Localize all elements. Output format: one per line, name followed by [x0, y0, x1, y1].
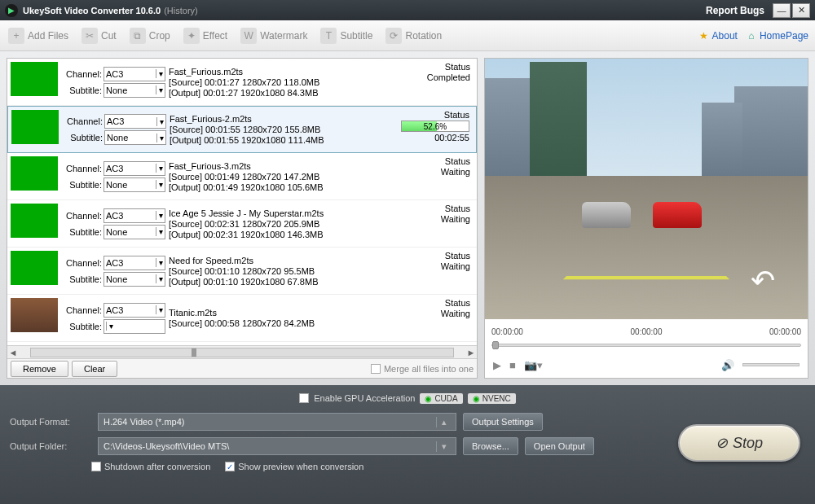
channel-select[interactable]: AC3 — [104, 303, 165, 318]
thumbnail — [11, 62, 58, 96]
output-folder-field[interactable]: C:\Videos-Ukeysoft\Video MTS\▾ — [98, 437, 456, 455]
status-value: Waiting — [400, 261, 470, 271]
channel-label: Channel: — [61, 69, 102, 79]
show-preview-checkbox[interactable]: ✓Show preview when conversion — [225, 462, 363, 471]
status-value: Waiting — [400, 214, 470, 224]
seek-bar[interactable] — [485, 344, 808, 352]
cuda-badge: ◉CUDA — [420, 393, 462, 404]
output-format-select[interactable]: H.264 Video (*.mp4)▴ — [98, 413, 456, 431]
file-row[interactable]: Channel:AC3Subtitle:NoneFast_Furious.m2t… — [7, 59, 477, 106]
status-header: Status — [400, 62, 470, 72]
app-logo-icon — [5, 4, 18, 17]
output-folder-label: Output Folder: — [10, 441, 91, 451]
subtitle-icon: T — [320, 28, 337, 44]
merge-checkbox[interactable]: Merge all files into one — [371, 364, 474, 374]
preview-video[interactable]: ↶ — [485, 59, 808, 319]
channel-label: Channel: — [61, 164, 102, 173]
watermark-button[interactable]: WWatermark — [234, 24, 314, 47]
file-source: [Source] 00:02:31 1280x720 205.9MB — [169, 219, 400, 229]
subtitle-select[interactable]: None — [104, 177, 165, 192]
about-link[interactable]: ★About — [698, 30, 738, 42]
subtitle-label: Subtitle: — [61, 227, 102, 237]
file-output: [Output] 00:01:10 1920x1080 67.8MB — [169, 277, 400, 287]
play-controls: ▶ ■ 📷▾ 🔊 — [485, 352, 808, 378]
snapshot-button[interactable]: 📷▾ — [524, 359, 543, 371]
subtitle-label: Subtitle: — [62, 133, 103, 142]
checkbox-icon — [371, 364, 381, 374]
shutdown-checkbox[interactable]: Shutdown after conversion — [91, 462, 210, 471]
effect-button[interactable]: ✦Effect — [177, 24, 234, 47]
status-header: Status — [400, 204, 470, 213]
file-row[interactable]: Channel:AC3Subtitle:Titanic.m2ts[Source]… — [7, 295, 477, 342]
channel-select[interactable]: AC3 — [104, 114, 166, 129]
status-header: Status — [399, 110, 469, 120]
file-name: Fast_Furious-3.m2ts — [169, 161, 400, 171]
file-row[interactable]: Channel:AC3Subtitle:NoneNeed for Speed.m… — [7, 248, 477, 295]
file-list[interactable]: Channel:AC3Subtitle:NoneFast_Furious.m2t… — [7, 59, 477, 345]
volume-slider[interactable] — [742, 363, 800, 366]
subtitle-label: Subtitle: — [61, 85, 102, 95]
file-info: Titanic.m2ts[Source] 00:00:58 1280x720 8… — [165, 298, 400, 338]
crop-button[interactable]: ⧉Crop — [123, 24, 177, 47]
close-button[interactable]: ✕ — [792, 3, 810, 18]
play-button[interactable]: ▶ — [493, 359, 501, 371]
stop-icon: ⊘ — [716, 434, 728, 452]
status-col: StatusWaiting — [400, 204, 474, 243]
stop-preview-button[interactable]: ■ — [509, 359, 516, 371]
file-output: [Output] 00:01:27 1920x1080 84.3MB — [169, 88, 400, 98]
file-name: Fast_Furious-2.m2ts — [170, 114, 399, 124]
channel-select[interactable]: AC3 — [104, 256, 165, 270]
minimize-button[interactable]: — — [773, 3, 791, 18]
remove-button[interactable]: Remove — [11, 361, 68, 377]
channel-select[interactable]: AC3 — [104, 208, 165, 223]
thumbnail — [11, 110, 59, 144]
file-output: [Output] 00:01:49 1920x1080 105.6MB — [169, 182, 400, 192]
gpu-checkbox[interactable] — [299, 393, 309, 403]
channel-label: Channel: — [61, 305, 102, 315]
status-value: Waiting — [400, 167, 470, 177]
subtitle-label: Subtitle: — [61, 180, 102, 190]
homepage-link[interactable]: ⌂HomePage — [746, 30, 808, 42]
channel-label: Channel: — [62, 116, 103, 126]
file-source: [Source] 00:01:27 1280x720 118.0MB — [169, 77, 400, 87]
horizontal-scrollbar[interactable]: ◄► — [7, 345, 477, 358]
subtitle-select[interactable]: None — [104, 130, 166, 145]
subtitle-select[interactable]: None — [104, 83, 165, 98]
file-list-panel: Channel:AC3Subtitle:NoneFast_Furious.m2t… — [7, 58, 478, 379]
file-source: [Source] 00:00:58 1280x720 84.2MB — [169, 318, 400, 328]
stop-button[interactable]: ⊘ Stop — [678, 424, 800, 462]
about-icon: ★ — [698, 30, 710, 42]
channel-select[interactable]: AC3 — [104, 161, 165, 176]
subtitle-select[interactable]: None — [104, 225, 165, 239]
open-output-button[interactable]: Open Output — [525, 437, 594, 455]
file-row[interactable]: Channel:AC3Subtitle:NoneFast_Furious-2.m… — [7, 106, 477, 153]
report-bugs-link[interactable]: Report Bugs — [706, 5, 764, 16]
rotation-button[interactable]: ⟳Rotation — [379, 24, 448, 47]
file-row[interactable]: Channel:AC3Subtitle:NoneIce Age 5 Jessie… — [7, 200, 477, 248]
cut-button[interactable]: ✂Cut — [75, 24, 123, 47]
browse-button[interactable]: Browse... — [463, 437, 518, 455]
titlebar: UkeySoft Video Converter 10.6.0 (History… — [0, 0, 815, 20]
channel-select[interactable]: AC3 — [104, 67, 165, 81]
file-info: Fast_Furious.m2ts[Source] 00:01:27 1280x… — [165, 62, 400, 102]
add-files-button[interactable]: +Add Files — [2, 24, 75, 47]
file-row[interactable]: Channel:AC3Subtitle:NoneFast_Furious-3.m… — [7, 153, 477, 200]
file-output: [Output] 00:02:31 1920x1080 146.3MB — [169, 230, 400, 239]
effect-icon: ✦ — [183, 28, 200, 44]
channel-label: Channel: — [61, 211, 102, 221]
file-info: Fast_Furious-3.m2ts[Source] 00:01:49 128… — [165, 156, 400, 196]
thumbnail — [11, 156, 58, 191]
status-col: StatusCompleted — [400, 62, 474, 102]
time-end: 00:00:00 — [769, 327, 801, 336]
subtitle-button[interactable]: TSubtitle — [314, 24, 379, 47]
file-name: Ice Age 5 Jessie J - My Superstar.m2ts — [169, 208, 400, 218]
subtitle-select[interactable]: None — [104, 272, 165, 287]
subtitle-select[interactable] — [104, 319, 165, 334]
app-title: UkeySoft Video Converter 10.6.0 — [23, 6, 161, 15]
output-settings-button[interactable]: Output Settings — [463, 413, 543, 431]
file-info: Fast_Furious-2.m2ts[Source] 00:01:55 128… — [166, 110, 399, 149]
cut-icon: ✂ — [82, 28, 98, 44]
volume-icon[interactable]: 🔊 — [721, 359, 734, 371]
clear-button[interactable]: Clear — [72, 361, 117, 377]
file-output: [Output] 00:01:55 1920x1080 111.4MB — [170, 135, 399, 145]
